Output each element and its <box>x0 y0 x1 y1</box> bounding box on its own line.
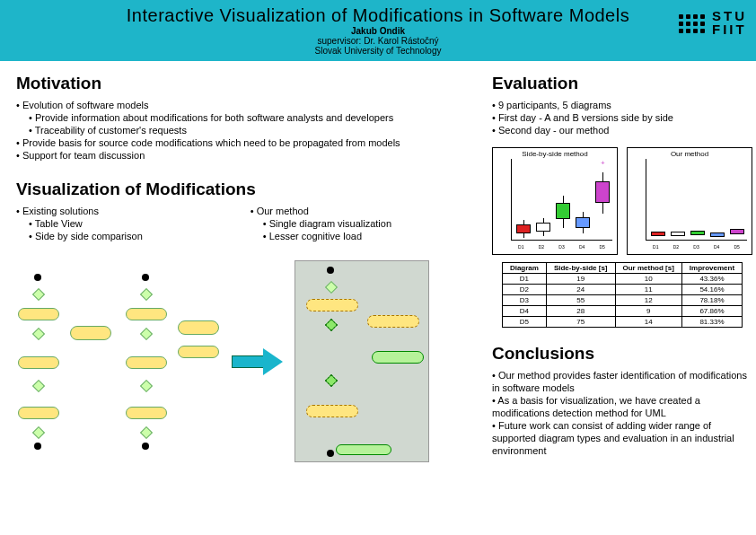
list-item: 9 participants, 5 diagrams <box>492 99 752 111</box>
list-item: Lesser cognitive load <box>251 230 391 242</box>
table-cell: 19 <box>546 274 615 285</box>
boxplot-title: Side-by-side method <box>495 150 615 158</box>
table-header-row: Diagram Side-by-side [s] Our method [s] … <box>502 263 742 274</box>
conclusions-section: Conclusions Our method provides faster i… <box>492 344 752 457</box>
uml-diagram-b <box>124 274 223 449</box>
visualization-heading: Visualization of Modifications <box>16 180 474 199</box>
page-title: Interactive Visualization of Modificatio… <box>0 5 756 26</box>
table-row: D5751481.33% <box>502 317 742 328</box>
logo-text: STU FIIT <box>712 9 747 36</box>
content: Motivation Evolution of software models … <box>0 61 756 462</box>
boxplot-title: Our method <box>629 150 750 158</box>
viz-existing: Existing solutions Table View Side by si… <box>16 205 143 242</box>
conclusions-heading: Conclusions <box>492 344 752 364</box>
table-cell: 75 <box>546 317 615 328</box>
logo: STU FIIT <box>679 9 747 36</box>
table-row: D428967.86% <box>502 306 742 317</box>
table-row: D2241154.16% <box>502 285 742 295</box>
list-item: Side by side comparison <box>16 230 143 242</box>
right-column: Evaluation 9 participants, 5 diagrams Fi… <box>492 74 752 462</box>
list-item: Evolution of software models <box>16 99 474 111</box>
list-item: Provide basis for source code modificati… <box>16 136 474 149</box>
th: Our method [s] <box>615 263 681 274</box>
supervisor: supervisor: Dr. Karol Rástočný <box>0 36 756 46</box>
university: Slovak University of Technology <box>0 46 756 56</box>
table-cell: 24 <box>546 285 615 295</box>
uml-diagram-combined <box>294 260 429 462</box>
table-cell: 54.16% <box>681 285 742 295</box>
th: Diagram <box>502 263 546 274</box>
diagrams-row <box>16 260 474 462</box>
table-cell: 67.86% <box>681 306 742 317</box>
list-item: Our method provides faster identificatio… <box>492 369 752 394</box>
list-item: Existing solutions <box>16 205 143 217</box>
evaluation-heading: Evaluation <box>492 74 752 93</box>
table-cell: 28 <box>546 306 615 317</box>
table-cell: 55 <box>546 295 615 306</box>
table-cell: 10 <box>615 274 681 285</box>
table-cell: 43.36% <box>681 274 742 285</box>
th: Side-by-side [s] <box>546 263 615 274</box>
table-cell: 81.33% <box>681 317 742 328</box>
table-cell: 11 <box>615 285 681 295</box>
list-item: Traceability of customer's requests <box>16 124 474 136</box>
header: Interactive Visualization of Modificatio… <box>0 0 756 61</box>
list-item: Our method <box>251 205 391 217</box>
arrow-icon <box>232 348 286 375</box>
motivation-list: Evolution of software models Provide inf… <box>16 99 474 162</box>
list-item: Second day - our method <box>492 124 752 136</box>
table-row: D1191043.36% <box>502 274 742 285</box>
motivation-heading: Motivation <box>16 74 474 93</box>
uml-diagram-a <box>16 274 115 449</box>
table-row: D3551278.18% <box>502 295 742 306</box>
list-item: Table View <box>16 217 143 230</box>
boxplot-side-by-side: Side-by-side method + D1D2D3D4D5 <box>492 147 618 255</box>
viz-ourmethod: Our method Single diagram visualization … <box>251 205 391 242</box>
list-item: Future work can consist of adding wider … <box>492 419 752 457</box>
table-cell: D5 <box>502 317 546 328</box>
results-table: Diagram Side-by-side [s] Our method [s] … <box>502 262 743 328</box>
table-cell: 9 <box>615 306 681 317</box>
list-item: First day - A and B versions side by sid… <box>492 111 752 124</box>
table-cell: 14 <box>615 317 681 328</box>
table-cell: D1 <box>502 274 546 285</box>
table-cell: D2 <box>502 285 546 295</box>
boxplot-our-method: Our method D1D2D3D4D5 <box>627 147 752 255</box>
author: Jakub Ondik <box>0 26 756 36</box>
list-item: As a basis for visualization, we have cr… <box>492 394 752 419</box>
visualization-section: Visualization of Modifications Existing … <box>16 180 474 242</box>
table-cell: D3 <box>502 295 546 306</box>
table-cell: 12 <box>615 295 681 306</box>
logo-line2: FIIT <box>712 22 747 36</box>
table-cell: 78.18% <box>681 295 742 306</box>
table-cell: D4 <box>502 306 546 317</box>
logo-line1: STU <box>712 9 747 22</box>
conclusions-list: Our method provides faster identificatio… <box>492 369 752 457</box>
list-item: Provide information about modifications … <box>16 111 474 124</box>
boxplots: Side-by-side method + D1D2D3D4D5 Our met… <box>492 147 752 255</box>
list-item: Support for team discussion <box>16 149 474 162</box>
list-item: Single diagram visualization <box>251 217 391 230</box>
left-column: Motivation Evolution of software models … <box>16 74 474 462</box>
th: Improvement <box>681 263 742 274</box>
evaluation-list: 9 participants, 5 diagrams First day - A… <box>492 99 752 136</box>
logo-dots-icon <box>679 12 705 33</box>
